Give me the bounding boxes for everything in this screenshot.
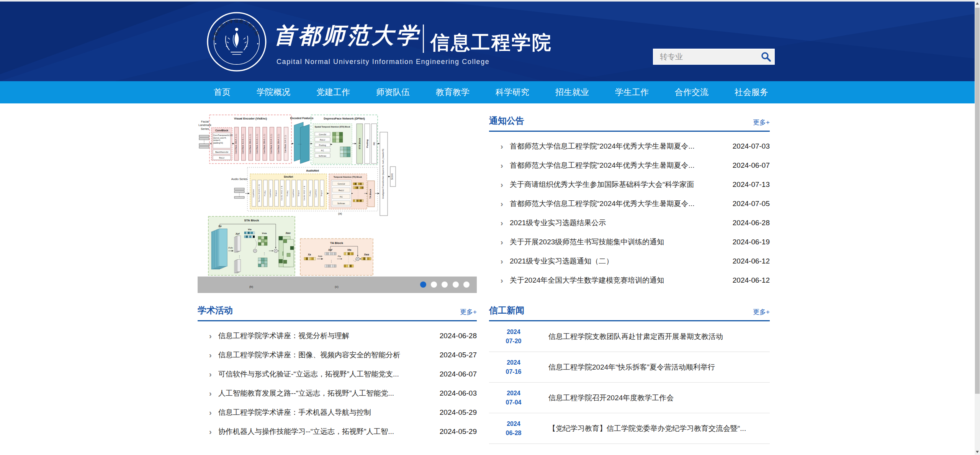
carousel-dot-1-active[interactable] (420, 282, 426, 288)
svg-text:Vta: Vta (248, 228, 252, 231)
svg-text:DepressFace Network (DFNet): DepressFace Network (DFNet) (324, 117, 365, 120)
svg-text:ConvBlock, 512 (3, 1, 1): ConvBlock, 512 (3, 1, 1) (256, 134, 258, 154)
svg-text:ConvBlock, 256 (3, 1, 1): ConvBlock, 256 (3, 1, 1) (263, 134, 265, 154)
svg-text:ReLU: ReLU (219, 157, 224, 159)
nav-item-education[interactable]: 教育教学 (435, 87, 470, 98)
svg-text:Pooling: Pooling (286, 190, 288, 196)
site-header: 首都师范大学信息工程学院 首都师范大学 信息工程学院 Capital Norma… (0, 2, 980, 81)
search-input[interactable] (653, 49, 775, 65)
svg-text:(b): (b) (249, 285, 253, 288)
news-item: 202407-20 信息工程学院支教团队再赴甘肃定西开展暑期支教活动 (489, 321, 770, 352)
nav-item-social-service[interactable]: 社会服务 (734, 87, 769, 98)
list-item: › 首都师范大学信息工程学院“2024年优秀大学生暑期夏令... 2024-06… (489, 156, 770, 175)
notices-section: 通知公告 更多+ › 首都师范大学信息工程学院“2024年优秀大学生暑期夏令..… (489, 115, 770, 290)
svg-text:Pooling: Pooling (366, 139, 368, 148)
college-name: 信息工程学院 (430, 30, 552, 56)
list-item: › 关于商请组织优秀大学生参加国际基础科学大会“科学家面 2024-07-13 (489, 175, 770, 194)
list-item: › 首都师范大学信息工程学院“2024年优秀大学生暑期夏令... 2024-07… (489, 194, 770, 213)
notices-list: › 首都师范大学信息工程学院“2024年优秀大学生暑期夏令... 2024-07… (489, 137, 770, 290)
nav-item-cooperation[interactable]: 合作交流 (674, 87, 709, 98)
svg-text:Xvf: Xvf (235, 232, 240, 235)
svg-text:(c): (c) (335, 285, 339, 288)
nav-item-party[interactable]: 党建工作 (316, 87, 351, 98)
chevron-right-icon: › (209, 370, 218, 379)
activities-more-link[interactable]: 更多+ (460, 308, 477, 316)
carousel-dot-3[interactable] (442, 282, 448, 288)
nav-item-research[interactable]: 科学研究 (495, 87, 530, 98)
svg-text:ConvBlock: ConvBlock (215, 129, 228, 132)
svg-text:Fafe: Fafe (318, 255, 322, 257)
svg-text:Dropout: Dropout (298, 190, 299, 196)
audio-series-label: Audio Series (229, 177, 250, 181)
search-icon[interactable] (761, 51, 771, 62)
carousel-dot-4[interactable] (453, 282, 459, 288)
svg-text:⋮: ⋮ (330, 260, 333, 263)
nav-item-student-affairs[interactable]: 学生工作 (614, 87, 650, 98)
nav-item-home[interactable]: 首页 (213, 87, 231, 98)
scrollbar-thumb[interactable] (975, 8, 980, 394)
svg-text:LayerNorm: LayerNorm (252, 189, 254, 197)
svg-text:Vta: Vta (347, 249, 352, 251)
svg-text:ConvBlock, 512 (4, 2, 1): ConvBlock, 512 (4, 2, 1) (270, 134, 272, 154)
notices-more-link[interactable]: 更多+ (753, 118, 770, 127)
carousel-dot-5[interactable] (463, 282, 470, 288)
nav-item-admissions[interactable]: 招生就业 (555, 87, 590, 98)
chevron-right-icon: › (501, 219, 510, 228)
sta-block-detail: STA Block Xv Fvfe Xvf ⋮ Vta (208, 216, 295, 275)
list-item: › 信息工程学院学术讲座：手术机器人导航与控制 2024-05-29 (198, 403, 477, 422)
activities-list: › 信息工程学院学术讲座：视觉分析与理解 2024-06-28 › 信息工程学院… (198, 326, 477, 441)
title-divider (423, 25, 424, 53)
svg-text:Pooling: Pooling (319, 144, 326, 146)
chevron-right-icon: › (501, 276, 510, 285)
svg-text:Xa: Xa (308, 253, 311, 256)
svg-text:Xwv: Xwv (285, 232, 290, 234)
svg-text:FC: FC (373, 142, 375, 145)
news-more-link[interactable]: 更多+ (753, 308, 770, 316)
main-nav: 首页 学院概况 党建工作 师资队伍 教育教学 科学研究 招生就业 学生工作 合作… (0, 81, 980, 103)
list-item: › 人工智能教育发展之路--“立远志，拓视野”人工智能党... 2024-06-… (198, 384, 477, 403)
facial-series-label: Facial Landmark Series (197, 120, 213, 131)
list-item: › 信息工程学院学术讲座：视觉分析与理解 2024-06-28 (198, 326, 477, 345)
news-date-badge: 202407-20 (500, 327, 527, 346)
svg-text:.....: ..... (298, 142, 302, 145)
svg-text:ConvBlock, 3 (4, 2, 1): ConvBlock, 3 (4, 2, 1) (285, 135, 286, 153)
svg-text:STA Block: STA Block (358, 138, 361, 149)
list-item: › 首都师范大学信息工程学院“2024年优秀大学生暑期夏令... 2024-07… (489, 137, 770, 156)
svg-text:LayerNorm: LayerNorm (269, 189, 271, 197)
chevron-right-icon: › (501, 257, 510, 266)
list-item: › 关于2024年全国大学生数学建模竞赛培训的通知 2024-06-12 (489, 271, 770, 290)
news-date-badge: 202407-16 (500, 358, 527, 376)
college-logo: 首都师范大学信息工程学院 (207, 11, 267, 73)
carousel-slide-architecture-diagram[interactable]: Visual Encoder (VisEnc) ConvBlock BatchN… (198, 110, 477, 293)
svg-text:Dropout: Dropout (275, 190, 277, 196)
nav-item-faculty[interactable]: 师资队伍 (375, 87, 411, 98)
svg-text:Pooling: Pooling (309, 190, 311, 196)
svg-text:ReLU: ReLU (339, 189, 344, 191)
english-subtitle: Capital Normal University Information En… (276, 58, 489, 66)
chevron-right-icon: › (209, 389, 218, 398)
vertical-scrollbar (975, 0, 980, 455)
news-item: 202406-28 【党纪学习教育】信工学院党委举办党纪学习教育交流会暨“... (489, 413, 770, 444)
scrollbar-down-button[interactable] (975, 448, 980, 455)
list-item: › 关于开展2023级师范生书写技能集中训练的通知 2024-06-19 (489, 232, 770, 252)
search-box (653, 49, 775, 65)
svg-text:Pooling: Pooling (264, 190, 266, 196)
carousel-dot-2[interactable] (431, 282, 437, 288)
svg-text:SincNet: SincNet (284, 175, 293, 178)
svg-text:TA Block: TA Block (330, 241, 343, 245)
scrollbar-up-button[interactable] (975, 0, 980, 7)
svg-text:TA Block: TA Block (369, 189, 371, 199)
svg-text:STA Block: STA Block (244, 219, 259, 222)
svg-text:Conv1d: Conv1d (338, 183, 345, 185)
list-item: › 协作机器人与操作技能学习--“立远志，拓视野”人工智... 2024-05-… (198, 422, 477, 441)
nav-item-overview[interactable]: 学院概况 (256, 87, 291, 98)
svg-text:Unaligned Transformer (layers=: Unaligned Transformer (layers=8, num_hea… (382, 149, 384, 199)
chevron-right-icon: › (209, 351, 218, 360)
svg-text:ConvBlock, 512 (3, 1, 1): ConvBlock, 512 (3, 1, 1) (242, 134, 244, 154)
svg-text:FC: FC (340, 196, 342, 198)
svg-text:Vsta: Vsta (262, 232, 267, 234)
svg-text:Encoded Features: Encoded Features (290, 117, 314, 119)
chevron-right-icon: › (501, 161, 510, 170)
list-item: › 可信软件与形式化验证-“立远志，拓视野”人工智能党支... 2024-06-… (198, 365, 477, 384)
convblock-detail-label: ConvTranspose2d,128 (kernel_size=4, stri… (213, 134, 230, 144)
